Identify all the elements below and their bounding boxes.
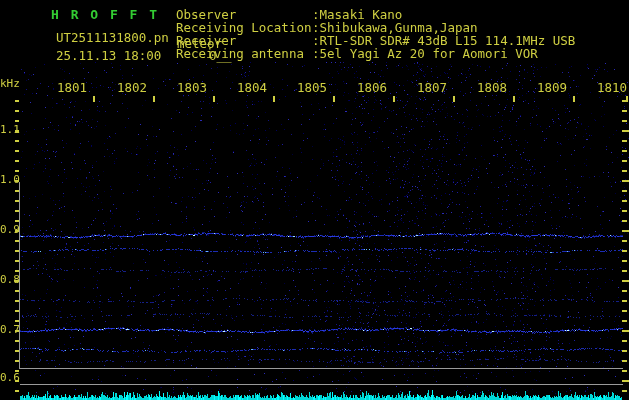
freq-label: 0.6 bbox=[0, 372, 20, 384]
capture-filename: UT2511131800.pn bbox=[56, 31, 169, 44]
app-title: H R O F F T bbox=[51, 8, 159, 21]
hrofft-window: H R O F F T UT2511131800.pn ¨ meteor 25.… bbox=[0, 0, 629, 400]
time-label: 1806 bbox=[357, 81, 387, 94]
freq-label: 0.9 bbox=[0, 224, 20, 236]
time-label: 1807 bbox=[417, 81, 447, 94]
time-label: 1802 bbox=[117, 81, 147, 94]
time-label: 1810 bbox=[597, 81, 627, 94]
freq-axis-unit: kHz bbox=[0, 78, 20, 90]
field-label-antenna: Receiving antenna bbox=[176, 47, 304, 60]
datetime-label: 25.11.13 18:00 bbox=[56, 49, 161, 62]
time-label: 1809 bbox=[537, 81, 567, 94]
time-label: 1803 bbox=[177, 81, 207, 94]
freq-label: 1.0 bbox=[0, 174, 20, 186]
time-label: 1805 bbox=[297, 81, 327, 94]
freq-label: 0.7 bbox=[0, 324, 20, 336]
freq-label: 1.1 bbox=[0, 124, 20, 136]
field-value-antenna: :5el Yagi Az 20 for Aomori VOR bbox=[312, 47, 538, 60]
time-label: 1808 bbox=[477, 81, 507, 94]
time-label: 1804 bbox=[237, 81, 267, 94]
time-label: 1801 bbox=[57, 81, 87, 94]
freq-label: 0.8 bbox=[0, 274, 20, 286]
